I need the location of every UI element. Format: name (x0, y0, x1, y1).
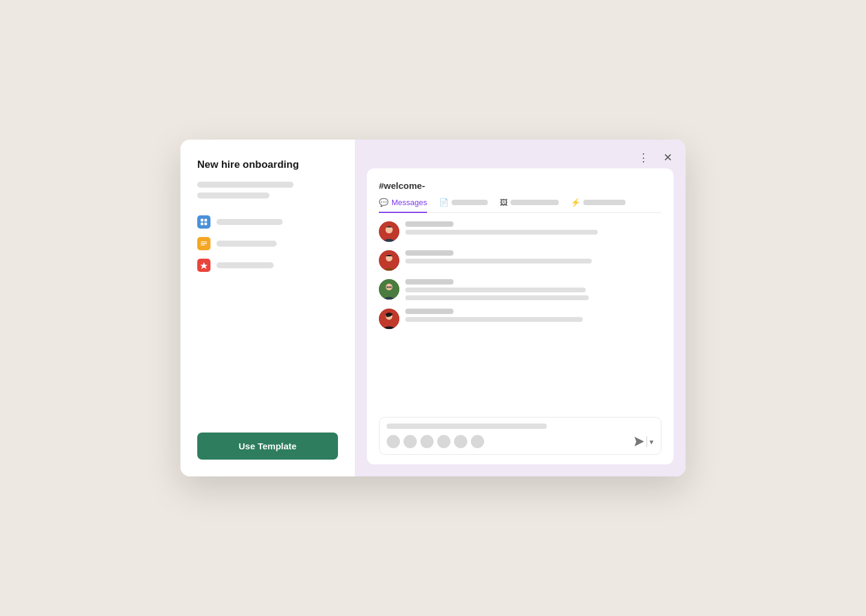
feature-text-3 (216, 262, 274, 268)
close-icon: ✕ (663, 151, 672, 164)
svg-marker-7 (200, 262, 207, 269)
message-content (405, 221, 662, 235)
feature-item-1 (197, 215, 338, 229)
message-row (379, 250, 662, 271)
feature-icon-2 (197, 237, 210, 250)
right-panel: ⋮ ✕ #welcome- 💬 Messages 📄 🖼 (355, 140, 686, 476)
message-row (379, 279, 662, 300)
photos-tab-icon: 🖼 (500, 198, 508, 207)
svg-rect-3 (204, 223, 207, 225)
message-row (379, 309, 662, 329)
avatar (379, 250, 399, 271)
messages-tab-icon: 💬 (379, 198, 388, 207)
msg-body-skeleton-2 (405, 295, 589, 300)
left-panel: New hire onboarding (180, 140, 355, 476)
send-area: ▾ (634, 436, 654, 447)
feature-text-1 (216, 219, 283, 225)
more-icon: ⋮ (638, 151, 649, 164)
msg-body-skeleton (405, 317, 583, 322)
message-content (405, 309, 662, 322)
tabs-bar: 💬 Messages 📄 🖼 ⚡ (379, 198, 662, 213)
avatar (379, 279, 399, 300)
modal-container: New hire onboarding (180, 140, 686, 476)
toolbar-format-btn[interactable] (454, 435, 467, 448)
description-lines (197, 182, 338, 203)
svg-point-17 (390, 286, 392, 288)
feature-icon-1 (197, 215, 210, 229)
svg-rect-0 (201, 219, 203, 221)
feature-icon-3 (197, 259, 210, 272)
toolbar-emoji-btn[interactable] (387, 435, 400, 448)
feature-item-2 (197, 237, 338, 250)
feature-text-2 (216, 241, 277, 247)
use-template-button[interactable]: Use Template (197, 433, 338, 460)
toolbar-attach-btn[interactable] (420, 435, 434, 448)
msg-body-skeleton (405, 259, 592, 263)
message-row (379, 221, 662, 242)
svg-point-16 (387, 286, 388, 288)
toolbar-gif-btn[interactable] (437, 435, 450, 448)
panel-controls: ⋮ ✕ (635, 149, 676, 166)
msg-name-skeleton (405, 279, 453, 285)
toolbar-mention-btn[interactable] (404, 435, 417, 448)
channel-name: #welcome- (379, 180, 662, 191)
tab-activity[interactable]: ⚡ (571, 198, 625, 212)
msg-name-skeleton (405, 250, 453, 256)
messages-list (379, 221, 662, 410)
input-toolbar: ▾ (387, 435, 654, 448)
tab-files[interactable]: 📄 (439, 198, 488, 212)
input-placeholder-skeleton (387, 424, 547, 429)
svg-rect-1 (204, 219, 207, 221)
msg-body-skeleton (405, 288, 586, 292)
svg-rect-6 (201, 245, 205, 245)
activity-tab-skeleton (583, 200, 625, 205)
svg-rect-4 (201, 242, 207, 242)
photos-tab-skeleton (511, 200, 559, 205)
messages-tab-label: Messages (392, 198, 427, 207)
files-tab-icon: 📄 (439, 198, 449, 207)
feature-list (197, 215, 338, 433)
svg-marker-20 (634, 437, 644, 446)
panel-title: New hire onboarding (197, 159, 338, 171)
close-button[interactable]: ✕ (659, 149, 676, 166)
svg-rect-2 (201, 223, 203, 225)
more-options-button[interactable]: ⋮ (635, 149, 652, 166)
svg-rect-5 (201, 243, 207, 244)
desc-skeleton-1 (197, 182, 293, 188)
send-options-button[interactable]: ▾ (650, 437, 654, 446)
message-input-box[interactable]: ▾ (379, 417, 662, 455)
send-divider (646, 436, 647, 447)
activity-tab-icon: ⚡ (571, 198, 580, 207)
send-button[interactable] (634, 437, 644, 446)
files-tab-skeleton (452, 200, 488, 205)
message-content (405, 279, 662, 300)
channel-card: #welcome- 💬 Messages 📄 🖼 ⚡ (367, 168, 674, 464)
tab-photos[interactable]: 🖼 (500, 198, 559, 212)
msg-name-skeleton (405, 309, 453, 314)
msg-body-skeleton (405, 230, 598, 235)
desc-skeleton-2 (197, 192, 269, 199)
toolbar-more-btn[interactable] (471, 435, 484, 448)
message-content (405, 250, 662, 263)
tab-messages[interactable]: 💬 Messages (379, 198, 427, 213)
msg-name-skeleton (405, 221, 453, 227)
avatar (379, 221, 399, 242)
feature-item-3 (197, 259, 338, 272)
avatar (379, 309, 399, 329)
